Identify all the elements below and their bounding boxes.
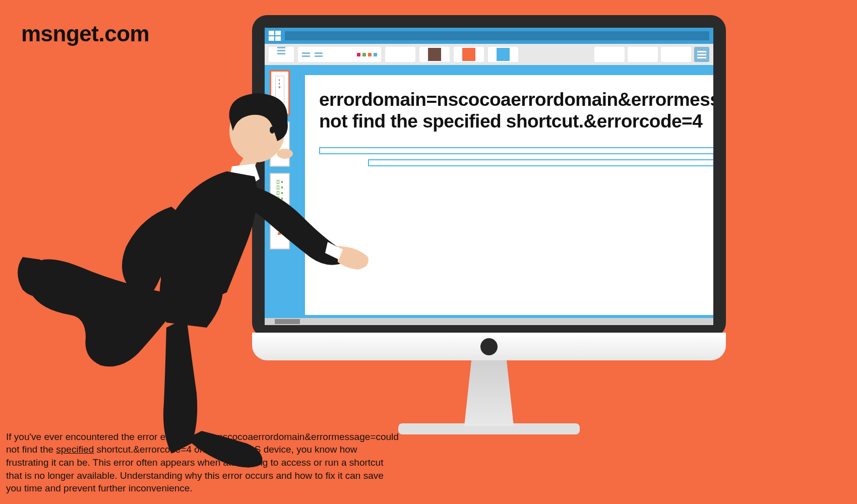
error-message-text: errordomain=nscocoaerrordomain&errormess… xyxy=(319,89,713,132)
toolbar-blank xyxy=(661,47,691,62)
toolbar-swatch-1 xyxy=(385,47,415,62)
toolbar-blank xyxy=(594,47,625,62)
hamburger-icon xyxy=(694,47,709,62)
placeholder-bar xyxy=(319,147,713,154)
toolbar-right xyxy=(594,47,709,62)
app-titlebar xyxy=(265,28,713,44)
monitor-power-button xyxy=(480,338,498,355)
toolbar-swatch-2 xyxy=(419,47,450,62)
titlebar-field xyxy=(285,31,709,40)
site-logo: msnget.com xyxy=(21,21,149,46)
svg-point-2 xyxy=(277,149,293,159)
toolbar-blank xyxy=(628,47,658,62)
toolbar-swatch-4 xyxy=(488,47,518,62)
placeholder-bars xyxy=(319,147,713,166)
grid-icon xyxy=(269,31,281,41)
toolbar-swatch-3 xyxy=(454,47,484,62)
menu-icon xyxy=(269,47,294,62)
toolbar-field xyxy=(298,47,381,62)
monitor-stand xyxy=(454,360,524,426)
color-dots xyxy=(357,53,377,56)
app-toolbar xyxy=(265,44,713,65)
placeholder-bar xyxy=(368,159,713,166)
running-man-illustration xyxy=(15,91,378,474)
svg-point-1 xyxy=(270,127,275,134)
